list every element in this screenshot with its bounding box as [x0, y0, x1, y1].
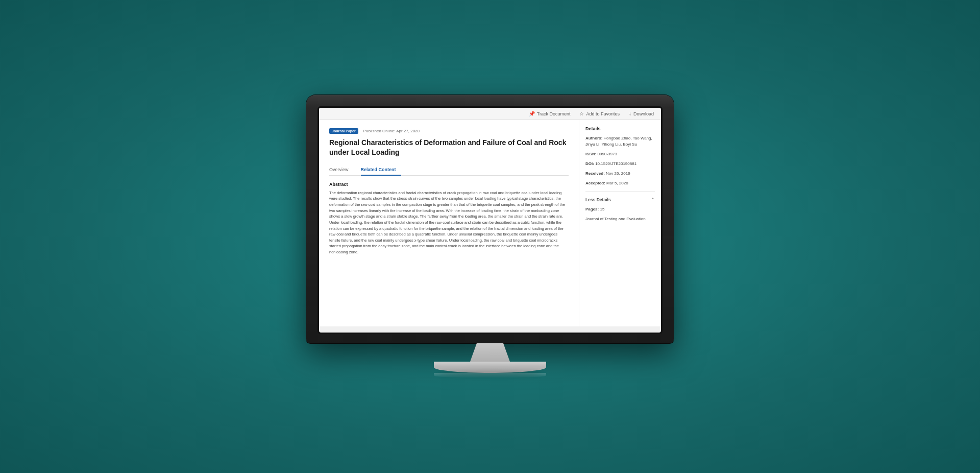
journal-paper-badge: Journal Paper [329, 128, 358, 134]
received-value: Nov 26, 2019 [606, 171, 630, 176]
less-details-button[interactable]: Less Details ⌃ [585, 197, 655, 202]
download-icon: ↓ [629, 111, 631, 116]
tab-overview[interactable]: Overview [329, 164, 354, 175]
authors-label: Authors: [585, 136, 602, 140]
less-details-label: Less Details [585, 197, 611, 202]
doi-label: DOI: [585, 161, 594, 166]
issn-label: ISSN: [585, 152, 596, 156]
toolbar: 📌 Track Document ☆ Add to Favorites ↓ Do… [319, 108, 661, 120]
track-document-button[interactable]: 📌 Track Document [529, 111, 571, 116]
sidebar-doi: DOI: 10.1520/JTE20190881 [585, 161, 655, 167]
sidebar: Details Authors: Hongbao Zhao, Tao Wang,… [579, 120, 661, 326]
sidebar-received: Received: Nov 26, 2019 [585, 171, 655, 177]
paper-main: Journal Paper Published Online: Apr 27, … [319, 120, 579, 326]
tabs-container: Overview Related Content [329, 164, 569, 176]
badge-row: Journal Paper Published Online: Apr 27, … [329, 128, 569, 134]
sidebar-pages: Pages: 15 [585, 206, 655, 212]
favorites-label: Add to Favorites [586, 111, 620, 116]
monitor-wrapper: 📌 Track Document ☆ Add to Favorites ↓ Do… [306, 95, 674, 378]
monitor-stand-base [434, 362, 546, 373]
sidebar-accepted: Accepted: Mar 5, 2020 [585, 180, 655, 186]
track-label: Track Document [537, 111, 571, 116]
chevron-up-icon: ⌃ [651, 197, 655, 202]
abstract-title: Abstract [329, 182, 569, 187]
download-label: Download [633, 111, 654, 116]
star-icon: ☆ [579, 111, 584, 116]
pages-label: Pages: [585, 207, 599, 211]
track-icon: 📌 [529, 111, 535, 116]
sidebar-journal: Journal of Testing and Evaluation [585, 216, 655, 222]
pages-value: 15 [600, 207, 604, 211]
sidebar-authors: Authors: Hongbao Zhao, Tao Wang, Jinyu L… [585, 135, 655, 148]
paper-title: Regional Characteristics of Deformation … [329, 138, 569, 157]
received-label: Received: [585, 171, 605, 176]
screen: 📌 Track Document ☆ Add to Favorites ↓ Do… [319, 108, 661, 333]
monitor-body: 📌 Track Document ☆ Add to Favorites ↓ Do… [306, 95, 674, 343]
abstract-text: The deformation regional characteristics… [329, 190, 569, 255]
issn-value: 0090-3973 [598, 152, 617, 156]
tab-related-content[interactable]: Related Content [361, 164, 401, 176]
add-to-favorites-button[interactable]: ☆ Add to Favorites [579, 111, 620, 116]
published-date: Published Online: Apr 27, 2020 [363, 129, 420, 133]
sidebar-divider [585, 192, 655, 192]
accepted-label: Accepted: [585, 181, 605, 185]
sidebar-issn: ISSN: 0090-3973 [585, 151, 655, 157]
doi-value: 10.1520/JTE20190881 [595, 161, 636, 166]
sidebar-section-title: Details [585, 126, 655, 131]
monitor-stand-neck [457, 343, 523, 362]
accepted-value: Mar 5, 2020 [606, 181, 628, 185]
download-button[interactable]: ↓ Download [629, 111, 654, 116]
content-area: Journal Paper Published Online: Apr 27, … [319, 120, 661, 326]
screen-bezel: 📌 Track Document ☆ Add to Favorites ↓ Do… [317, 106, 663, 334]
